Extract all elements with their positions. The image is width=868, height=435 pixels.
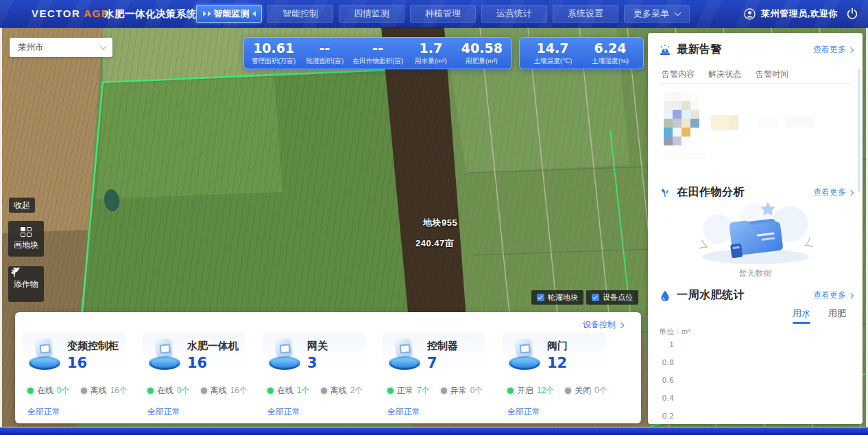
- device-summary-panel: 设备控制 变频控制柜 16 在线0个 离线16个 全部正常: [15, 312, 641, 423]
- mosaic-cell: [673, 101, 682, 110]
- stat-managed-area: 10.61 管理面积(万亩): [248, 40, 299, 67]
- user-info[interactable]: 莱州管理员,欢迎你: [744, 0, 838, 27]
- empty-state-text: 暂无数据: [648, 268, 863, 279]
- toggle-irrigation-plots[interactable]: 轮灌地块: [531, 290, 583, 305]
- mosaic-cell: [690, 110, 699, 119]
- collapse-button[interactable]: 收起: [9, 198, 35, 213]
- chevron-right-icon: [848, 292, 854, 298]
- app-title: 水肥一体化决策系统: [104, 8, 197, 21]
- logo: VECTORAGR: [32, 8, 110, 19]
- draw-plot-button[interactable]: 画地块: [8, 221, 44, 257]
- mosaic-cell: [682, 119, 690, 128]
- sidebar-scrollbar[interactable]: [858, 69, 860, 192]
- bottom-frame-bar: [0, 427, 868, 435]
- window-frame-left: [0, 27, 2, 427]
- tab-water-usage[interactable]: 用水: [793, 307, 810, 324]
- device-card-gateway[interactable]: 网关 3 在线1个 离线2个 全部正常: [267, 337, 387, 418]
- device-control-link[interactable]: 设备控制: [583, 319, 623, 331]
- device-cards: 变频控制柜 16 在线0个 离线16个 全部正常 水肥一体机 16: [27, 337, 634, 418]
- alerts-table-header: 告警内容 解决状态 告警时间: [662, 69, 804, 80]
- device-3d-icon: [507, 337, 542, 373]
- mosaic-cell: [673, 110, 682, 119]
- device-card-valve[interactable]: 阀门 12 开启12个 关闭0个 全部正常: [507, 337, 627, 418]
- alarm-icon: [659, 44, 671, 56]
- tab-operation-stats[interactable]: 运营统计: [481, 5, 547, 23]
- mosaic-cell: [673, 92, 682, 101]
- all-normal-link[interactable]: 全部正常: [267, 406, 387, 418]
- stat-soil-humidity: 6.24 土壤湿度(%): [581, 40, 639, 67]
- checkbox-checked-icon[interactable]: [592, 294, 599, 301]
- status-closed: 关闭0个: [565, 385, 607, 397]
- all-normal-link[interactable]: 全部正常: [387, 406, 507, 418]
- mosaic-cell: [664, 137, 673, 145]
- tab-more-menu[interactable]: 更多菜单: [624, 5, 690, 23]
- status-online: 在线0个: [27, 385, 70, 397]
- mosaic-cell: [690, 119, 699, 128]
- device-name: 网关: [307, 340, 328, 353]
- mosaic-cell: [682, 137, 690, 145]
- status-open: 开启12个: [507, 385, 554, 397]
- grid-icon: [21, 227, 32, 237]
- top-nav-bar: VECTORAGR 水肥一体化决策系统 智能监测 智能控制 四情监测 种植管理 …: [0, 0, 868, 27]
- all-normal-link[interactable]: 全部正常: [27, 406, 147, 418]
- device-name: 水肥一体机: [187, 340, 239, 353]
- mosaic-block: [758, 117, 778, 128]
- user-greeting: 莱州管理员,欢迎你: [761, 8, 838, 20]
- device-name: 控制器: [427, 340, 458, 353]
- alerts-more-link[interactable]: 查看更多: [813, 44, 853, 56]
- device-card-fertigation-machine[interactable]: 水肥一体机 16 在线0个 离线16个 全部正常: [147, 337, 267, 418]
- tab-fertilizer-usage[interactable]: 用肥: [828, 307, 846, 324]
- status-online: 在线0个: [147, 385, 190, 397]
- stat-fertilizer-usage: 40.58 用肥量(m³): [457, 40, 507, 67]
- tab-system-settings[interactable]: 系统设置: [553, 5, 618, 23]
- col-alert-time: 告警时间: [756, 69, 804, 80]
- all-normal-link[interactable]: 全部正常: [147, 406, 267, 418]
- status-dot-green: [507, 388, 514, 394]
- arrow-left-icon: [252, 11, 256, 16]
- mosaic-block: [729, 115, 738, 130]
- all-normal-link[interactable]: 全部正常: [507, 406, 627, 418]
- mosaic-cell: [690, 128, 699, 137]
- empty-state-illustration: [680, 196, 831, 268]
- power-icon[interactable]: [846, 8, 858, 20]
- weekly-title: 一周水肥统计: [677, 288, 745, 303]
- device-3d-icon: [27, 337, 62, 373]
- status-dot-green: [27, 388, 34, 394]
- toggle-device-points[interactable]: 设备点位: [586, 290, 638, 305]
- status-abnormal: 异常0个: [441, 385, 483, 397]
- tab-four-conditions[interactable]: 四情监测: [339, 5, 405, 23]
- plot-label[interactable]: 地块955: [423, 217, 457, 229]
- stats-bar: 10.61 管理面积(万亩) -- 轮灌面积(亩) -- 在田作物面积(亩) 1…: [243, 37, 644, 69]
- right-sidebar: 最新告警 查看更多 告警内容 解决状态 告警时间 在田作物分析 查看更多: [648, 33, 863, 424]
- status-dot-gray: [201, 388, 207, 394]
- farm-stats-box: 10.61 管理面积(万亩) -- 轮灌面积(亩) -- 在田作物面积(亩) 1…: [243, 37, 512, 69]
- city-selector-dropdown[interactable]: 莱州市: [10, 38, 112, 57]
- mosaic-cell: [664, 128, 673, 137]
- device-name: 变频控制柜: [67, 340, 119, 353]
- device-card-controller[interactable]: 控制器 7 正常7个 异常0个 全部正常: [387, 337, 507, 418]
- water-drop-icon: [659, 290, 671, 302]
- chevron-right-icon: [848, 47, 854, 52]
- device-card-vfd-cabinet[interactable]: 变频控制柜 16 在线0个 离线16个 全部正常: [27, 337, 147, 418]
- chevron-right-icon: [618, 322, 624, 327]
- stat-soil-temperature: 14.7 土壤温度(℃): [524, 40, 581, 67]
- mosaic-cell: [690, 92, 699, 101]
- chevron-down-icon: [100, 43, 107, 50]
- tab-smart-control[interactable]: 智能控制: [267, 5, 333, 23]
- mosaic-cell: [673, 128, 682, 137]
- mosaic-cell: [673, 137, 682, 145]
- mosaic-cell: [682, 128, 690, 137]
- tab-planting-management[interactable]: 种植管理: [410, 5, 476, 23]
- mosaic-block: [785, 117, 814, 128]
- tab-smart-monitoring[interactable]: 智能监测: [196, 5, 262, 23]
- checkbox-checked-icon[interactable]: [537, 294, 544, 301]
- mosaic-cell: [682, 110, 690, 119]
- weekly-more-link[interactable]: 查看更多: [813, 290, 853, 301]
- chart-unit-label: 单位：m³: [659, 327, 690, 337]
- alerts-section-header: 最新告警 查看更多: [659, 43, 853, 57]
- status-dot-gray: [565, 388, 571, 394]
- device-count: 3: [307, 355, 328, 371]
- status-dot-gray: [81, 388, 87, 394]
- leaf-icon: [659, 187, 671, 199]
- add-crop-button[interactable]: 添作物: [8, 266, 44, 302]
